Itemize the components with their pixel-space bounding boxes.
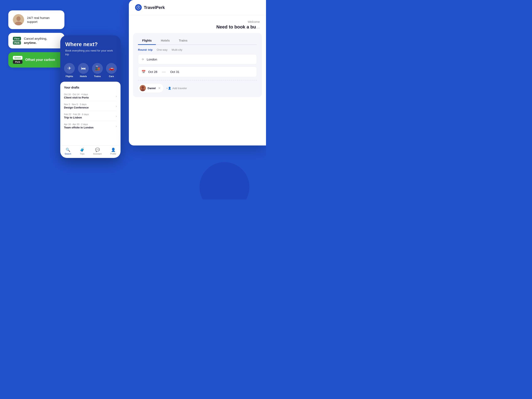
draft-conference-chevron: › (116, 105, 117, 108)
draft-porto-meta: Oct 10 · Oct 14 · 4 days (64, 93, 89, 95)
draft-london-chevron: › (116, 125, 117, 128)
svg-point-7 (141, 86, 144, 89)
date-field[interactable]: 📅 Oct 28 — Oct 31 (138, 66, 257, 77)
section-divider (138, 80, 257, 80)
mobile-icons-row: ✈ Flights 🛏 Hotels 🚂 Trains 🚗 Cars (60, 60, 120, 82)
add-traveler-button[interactable]: +👤 Add traveler (166, 87, 187, 90)
hotels-label: Hotels (80, 75, 87, 77)
logo-text: TravelPerk (144, 5, 165, 10)
draft-item-london[interactable]: Apr 18 · Apr 20 · 2 days Team offsite in… (64, 121, 117, 131)
trains-icon: 🚂 (92, 63, 103, 74)
flexi-text: Cancel anything, anytime. (24, 37, 60, 45)
green-badge: Green Perk (13, 56, 22, 64)
support-bubble: 24/7 real human support (8, 10, 64, 29)
calendar-icon: 📅 (141, 70, 146, 74)
svg-point-1 (16, 16, 21, 21)
profile-nav-icon: 👤 (111, 147, 115, 152)
traveler-remove-button[interactable]: ✕ (158, 86, 161, 90)
trip-type-roundtrip[interactable]: Round- trip (138, 48, 152, 51)
support-text: 24/7 real human support (27, 16, 60, 24)
draft-conference-name: Design Conference (64, 106, 89, 109)
mobile-header-subtitle: Book everything you need for your work t… (65, 49, 115, 56)
mobile-header-title: Where next? (65, 41, 115, 48)
add-traveler-label: Add traveler (172, 87, 187, 90)
traveler-name: Daniel (147, 87, 156, 90)
draft-london-meta: Apr 18 · Apr 20 · 2 days (64, 123, 94, 126)
mobile-icon-flights[interactable]: ✈ Flights (64, 63, 75, 77)
draft-lisbon-chevron: › (116, 114, 117, 118)
cars-label: Cars (109, 75, 114, 77)
green-bubble: Green Perk Offset your carbon (8, 52, 64, 68)
green-badge-top: Green (13, 56, 22, 60)
flexi-bubble: Flexi Perk Cancel anything, anytime. (8, 33, 64, 48)
nav-assistant[interactable]: 💬 Assistant (93, 147, 102, 155)
bg-decoration-bottom (200, 162, 249, 200)
flights-label: Flights (66, 75, 73, 77)
draft-item-conference[interactable]: Nov 2 · Nov 5 · 3 days Design Conference… (64, 101, 117, 111)
nav-search[interactable]: 🔍 Search (65, 147, 71, 155)
origin-field[interactable]: ✈ London (138, 54, 257, 64)
assistant-nav-label: Assistant (93, 153, 102, 155)
desktop-header: TravelPerk (129, 0, 266, 15)
origin-value: London (147, 57, 157, 61)
trip-type-multicity[interactable]: Multi-city (172, 48, 182, 51)
flexi-badge-top: Flexi (13, 37, 21, 40)
tab-flights[interactable]: Flights (138, 37, 156, 45)
tab-trains[interactable]: Trains (175, 37, 192, 45)
desktop-app-card: TravelPerk Welcome Need to book a bu... … (129, 0, 266, 146)
plane-icon: ✈ (141, 57, 144, 61)
welcome-main: Need to book a bu... (135, 24, 260, 30)
mobile-content: Your drafts Oct 10 · Oct 14 · 4 days Cli… (60, 82, 120, 145)
desktop-search-area: Flights Hotels Trains Round- trip One-wa… (133, 33, 262, 97)
mobile-icon-cars[interactable]: 🚗 Cars (106, 63, 117, 77)
trips-nav-label: Trips (80, 153, 85, 155)
svg-point-4 (138, 7, 139, 8)
assistant-nav-icon: 💬 (95, 147, 100, 152)
nav-trips[interactable]: 🧳 Trips (80, 147, 84, 155)
draft-porto-chevron: › (116, 95, 117, 98)
mobile-icon-hotels[interactable]: 🛏 Hotels (78, 63, 89, 77)
nav-profile[interactable]: 👤 Profile (110, 147, 116, 155)
draft-porto-info: Oct 10 · Oct 14 · 4 days Client visit to… (64, 93, 89, 99)
flexi-badge: Flexi Perk (13, 37, 21, 45)
mobile-app-card: Where next? Book everything you need for… (60, 35, 120, 158)
green-text: Offset your carbon (25, 58, 55, 62)
flexi-badge-bottom: Perk (13, 41, 21, 45)
desktop-welcome: Welcome Need to book a bu... (129, 15, 266, 30)
support-avatar (13, 14, 24, 25)
date-separator: — (162, 70, 166, 74)
welcome-sub: Welcome (135, 20, 260, 24)
draft-london-info: Apr 18 · Apr 20 · 2 days Team offsite in… (64, 123, 94, 129)
search-nav-icon: 🔍 (66, 147, 70, 152)
green-badge-bottom: Perk (13, 60, 22, 64)
flights-icon: ✈ (64, 63, 75, 74)
traveler-avatar (140, 85, 146, 91)
chat-bubbles-section: 24/7 real human support Flexi Perk Cance… (8, 10, 64, 71)
draft-item-lisbon[interactable]: Feb 22 · Feb 28 · 6 days Trip to Lisbon … (64, 111, 117, 121)
draft-lisbon-info: Feb 22 · Feb 28 · 6 days Trip to Lisbon (64, 113, 89, 119)
mobile-icon-trains[interactable]: 🚂 Trains (92, 63, 103, 77)
profile-nav-label: Profile (110, 153, 116, 155)
mobile-bottom-nav: 🔍 Search 🧳 Trips 💬 Assistant 👤 Profile (60, 145, 120, 158)
add-traveler-icon: +👤 (166, 87, 171, 90)
draft-item-porto[interactable]: Oct 10 · Oct 14 · 4 days Client visit to… (64, 91, 117, 101)
mobile-header: Where next? Book everything you need for… (60, 35, 120, 60)
hotels-icon: 🛏 (78, 63, 89, 74)
draft-conference-info: Nov 2 · Nov 5 · 3 days Design Conference (64, 103, 89, 109)
search-tabs: Flights Hotels Trains (138, 37, 257, 45)
traveler-row: Daniel ✕ +👤 Add traveler (138, 83, 257, 93)
search-nav-label: Search (65, 153, 71, 155)
draft-lisbon-name: Trip to Lisbon (64, 116, 89, 119)
date-to: Oct 31 (170, 70, 179, 74)
draft-london-name: Team offsite in London (64, 126, 94, 129)
traveler-chip: Daniel ✕ (138, 83, 164, 93)
trains-label: Trains (94, 75, 101, 77)
tab-hotels[interactable]: Hotels (157, 37, 174, 45)
drafts-title: Your drafts (64, 86, 117, 89)
draft-lisbon-meta: Feb 22 · Feb 28 · 6 days (64, 113, 89, 115)
draft-conference-meta: Nov 2 · Nov 5 · 3 days (64, 103, 89, 106)
trip-type-oneway[interactable]: One-way (157, 48, 167, 51)
cars-icon: 🚗 (106, 63, 117, 74)
draft-porto-name: Client visit to Porto (64, 96, 89, 99)
logo-icon (135, 4, 142, 11)
